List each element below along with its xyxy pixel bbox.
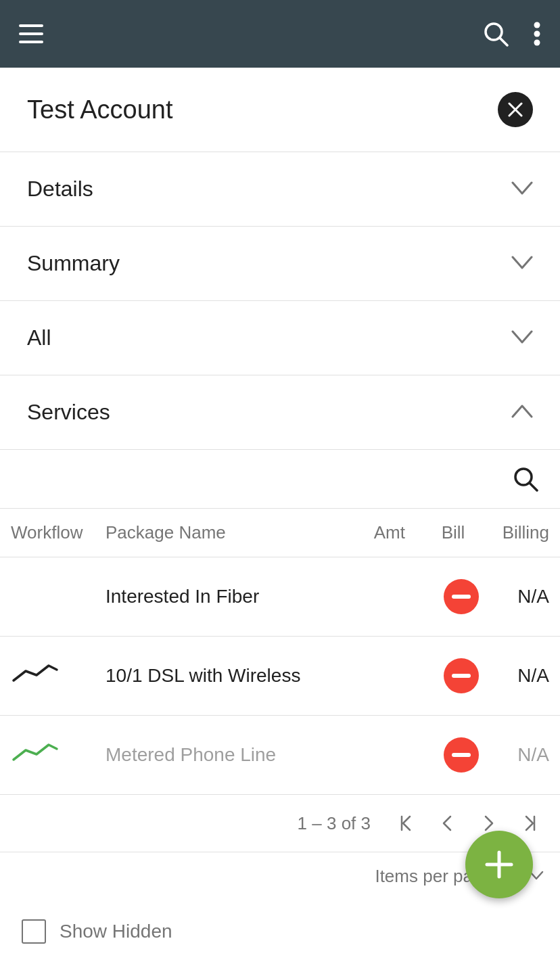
svg-point-6 xyxy=(534,31,540,37)
svg-rect-13 xyxy=(452,674,471,678)
workflow-cell-1 xyxy=(0,557,95,637)
bill-cell-3 xyxy=(431,716,492,795)
svg-point-5 xyxy=(534,22,540,28)
first-page-button[interactable] xyxy=(392,808,422,838)
col-header-bill: Bill xyxy=(431,509,492,557)
bill-cell-2 xyxy=(431,637,492,716)
more-button[interactable] xyxy=(533,21,541,47)
svg-rect-2 xyxy=(19,41,43,43)
services-table: Workflow Package Name Amt Bill Billing I… xyxy=(0,509,560,795)
services-header[interactable]: Services xyxy=(0,375,560,450)
remove-service-button-2[interactable] xyxy=(444,658,479,693)
chevron-down-icon xyxy=(511,181,533,198)
accordion-details-header[interactable]: Details xyxy=(27,152,533,226)
chevron-down-icon xyxy=(511,256,533,272)
add-fab-button[interactable] xyxy=(465,831,533,898)
services-search-button[interactable] xyxy=(513,466,538,492)
search-button[interactable] xyxy=(483,21,509,47)
col-header-billing: Billing xyxy=(492,509,560,557)
workflow-cell-2 xyxy=(0,637,95,716)
package-name-cell-3: Metered Phone Line xyxy=(95,716,363,795)
svg-line-11 xyxy=(530,483,537,490)
bill-cell-1 xyxy=(431,557,492,637)
package-name-cell-1: Interested In Fiber xyxy=(95,557,363,637)
svg-rect-1 xyxy=(19,32,43,35)
show-hidden-checkbox[interactable] xyxy=(22,919,46,944)
svg-line-4 xyxy=(500,38,507,45)
amt-cell-2 xyxy=(363,637,431,716)
app-bar-icons xyxy=(483,21,541,47)
svg-rect-12 xyxy=(452,595,471,599)
accordion-details-label: Details xyxy=(27,177,93,202)
trend-icon-green xyxy=(11,748,60,769)
menu-button[interactable] xyxy=(19,24,43,43)
page-header: Test Account xyxy=(0,68,560,152)
page-title: Test Account xyxy=(27,95,172,124)
chevron-down-icon xyxy=(511,330,533,346)
col-header-workflow: Workflow xyxy=(0,509,95,557)
app-bar xyxy=(0,0,560,68)
amt-cell-1 xyxy=(363,557,431,637)
accordion-all-header[interactable]: All xyxy=(27,301,533,375)
svg-rect-0 xyxy=(19,24,43,27)
pagination-info: 1 – 3 of 3 xyxy=(298,813,371,834)
workflow-cell-3 xyxy=(0,716,95,795)
billing-cell-3: N/A xyxy=(492,716,560,795)
prev-page-button[interactable] xyxy=(433,808,463,838)
accordion-summary-header[interactable]: Summary xyxy=(27,227,533,300)
package-name-cell-2: 10/1 DSL with Wireless xyxy=(95,637,363,716)
table-row: 10/1 DSL with Wireless N/A xyxy=(0,637,560,716)
table-row: Metered Phone Line N/A xyxy=(0,716,560,795)
col-header-package: Package Name xyxy=(95,509,363,557)
remove-service-button-3[interactable] xyxy=(444,737,479,773)
accordion-summary-label: Summary xyxy=(27,251,120,276)
billing-cell-2: N/A xyxy=(492,637,560,716)
svg-rect-14 xyxy=(452,753,471,757)
accordion-details: Details xyxy=(0,152,560,227)
trend-icon-black xyxy=(11,669,60,690)
col-header-amt: Amt xyxy=(363,509,431,557)
table-row: Interested In Fiber N/A xyxy=(0,557,560,637)
accordion-all-label: All xyxy=(27,325,51,350)
chevron-up-icon xyxy=(511,405,533,421)
svg-point-7 xyxy=(534,40,540,46)
table-header-row: Workflow Package Name Amt Bill Billing xyxy=(0,509,560,557)
show-hidden-label: Show Hidden xyxy=(60,921,172,942)
last-page-button[interactable] xyxy=(514,808,544,838)
show-hidden-row: Show Hidden xyxy=(0,900,560,966)
billing-cell-1: N/A xyxy=(492,557,560,637)
accordion-all: All xyxy=(0,301,560,375)
services-label: Services xyxy=(27,400,110,425)
close-button[interactable] xyxy=(498,92,533,127)
remove-service-button-1[interactable] xyxy=(444,579,479,614)
amt-cell-3 xyxy=(363,716,431,795)
accordion-summary: Summary xyxy=(0,227,560,301)
services-search-bar xyxy=(0,450,560,509)
